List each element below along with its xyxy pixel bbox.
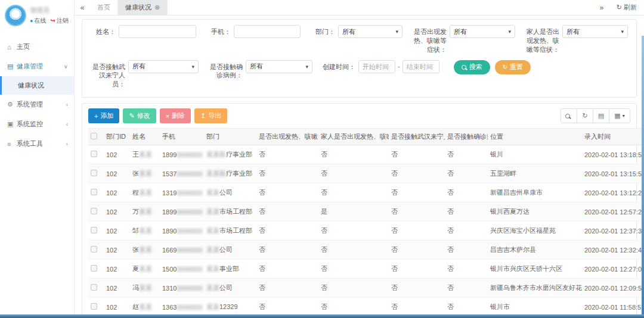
cell-family-symptom: 否: [318, 279, 389, 298]
col-family-symptom: 家人是否出现发热、咳嗽等症状: [318, 129, 389, 145]
end-time-input[interactable]: [402, 60, 439, 73]
cell-family-symptom: 否: [318, 222, 389, 241]
table-toggle-tool[interactable]: ▤: [593, 108, 609, 123]
wuhan-contact-select[interactable]: 所有 ▾: [128, 60, 199, 73]
dept-select[interactable]: 所有 ▾: [338, 25, 402, 38]
row-checkbox[interactable]: [91, 265, 97, 272]
tabs-forward-icon[interactable]: »: [594, 0, 609, 15]
row-checkbox[interactable]: [91, 303, 97, 310]
cell-location: 五里湖畔: [488, 164, 582, 183]
cell-name: 王某某: [130, 145, 160, 164]
cell-name: 赵某某: [130, 298, 160, 314]
table-row: 102 冯某某 13100000000 某某公司 否 否 否 否 新疆乌鲁木齐市…: [88, 279, 644, 298]
cell-family-symptom: 否: [318, 298, 389, 314]
col-confirmed-contact: 是否接触确诊病例: [445, 129, 488, 145]
reset-button[interactable]: ↻ 重置: [495, 60, 531, 74]
cell-location: 新疆乌鲁木齐市水磨沟区友好花园二期: [488, 279, 582, 298]
col-entry-time: 录入时间: [582, 129, 643, 145]
table-row: 102 万某某 18990000000 某某市场工程部 否 是 否 否 银川西夏…: [88, 202, 644, 222]
table-row: 102 赵某某 13630000000 某某12329 否 否 否 否 银川市 …: [88, 298, 644, 314]
delete-button[interactable]: × 删除: [160, 108, 191, 123]
add-button[interactable]: + 添加: [88, 108, 119, 123]
search-form: 姓名： 手机： 部门： 所有 ▾ 是: [82, 19, 637, 98]
cell-confirmed-contact: 否: [445, 298, 488, 314]
reset-icon: ↻: [503, 64, 507, 70]
tools-icon: ≡: [7, 141, 17, 148]
name-input[interactable]: [119, 25, 196, 38]
row-checkbox[interactable]: [91, 227, 97, 233]
tab-home[interactable]: 首页: [90, 0, 118, 15]
table-row: 102 程某某 13190000000 某某公司 否 否 否 否 新疆昌吉州阜康…: [88, 183, 644, 202]
tab-bar: « 首页 健康状况 ⊗ » ↻ 刷新: [75, 0, 644, 15]
cell-entry-time: 2020-02-01 13:15:55: [582, 164, 643, 183]
phone-label: 手机：: [206, 25, 231, 36]
logout-link[interactable]: 注销: [57, 17, 69, 24]
search-icon: [462, 65, 466, 70]
cell-phone: 16690000000: [160, 241, 204, 260]
refresh-icon: ↻: [582, 112, 587, 120]
sidebar-nav: ⌂ 主页 ▤ 健康管理 ∨ 健康状况 ⚙ 系统管理 ‹ ▣ 系统监控 ‹ ≡ 系…: [0, 37, 74, 154]
row-checkbox[interactable]: [91, 246, 97, 252]
symptom-select[interactable]: 所有 ▾: [450, 25, 515, 38]
chevron-left-icon: ‹: [66, 101, 68, 108]
table-row: 102 张某某 15370000000 某某医疗事业部 否 否 否 否 五里湖畔…: [88, 164, 644, 183]
refresh-icon: ↻: [617, 4, 622, 11]
sidebar-item-sys-tools[interactable]: ≡ 系统工具 ‹: [0, 134, 74, 154]
cell-wuhan-contact: 否: [389, 164, 445, 183]
cell-family-symptom: 否: [318, 241, 389, 260]
row-checkbox[interactable]: [91, 284, 97, 291]
delete-icon: ×: [166, 113, 169, 120]
row-checkbox[interactable]: [91, 189, 97, 195]
sidebar-item-sys-monitor[interactable]: ▣ 系统监控 ‹: [0, 114, 74, 134]
family-symptom-select[interactable]: 所有 ▾: [562, 25, 628, 38]
cell-dept-id: 102: [104, 183, 130, 202]
wuhan-contact-label: 是否接触武汉来宁人员：: [91, 60, 125, 89]
cell-dept: 某某医疗事业部: [204, 145, 256, 164]
close-tab-icon[interactable]: ⊗: [154, 4, 160, 11]
col-name: 姓名: [130, 129, 160, 145]
col-dept-id: 部门ID: [104, 129, 130, 145]
cell-dept: 某某医疗事业部: [204, 164, 256, 183]
cell-confirmed-contact: 否: [445, 164, 488, 183]
row-checkbox[interactable]: [91, 151, 97, 157]
start-time-input[interactable]: [358, 60, 395, 73]
export-button[interactable]: ↥ 导出: [194, 108, 227, 123]
confirmed-contact-select[interactable]: 所有 ▾: [246, 60, 312, 73]
cell-wuhan-contact: 否: [389, 222, 445, 241]
cell-dept-id: 102: [104, 260, 130, 279]
select-all-checkbox[interactable]: [91, 133, 97, 139]
cell-name: 万某某: [130, 202, 160, 222]
cell-name: 邹某某: [130, 222, 160, 241]
cell-confirmed-contact: 否: [445, 222, 488, 241]
cell-symptom: 否: [256, 279, 318, 298]
table-search-tool[interactable]: [561, 108, 577, 123]
table-columns-tool[interactable]: ▦▾: [609, 108, 630, 123]
sidebar-item-home[interactable]: ⌂ 主页: [0, 37, 74, 57]
refresh-page-button[interactable]: ↻ 刷新: [609, 0, 644, 15]
sidebar-item-health-mgmt[interactable]: ▤ 健康管理 ∨: [0, 57, 74, 76]
table-refresh-tool[interactable]: ↻: [577, 108, 593, 123]
cell-name: 张某某: [130, 241, 160, 260]
row-checkbox[interactable]: [91, 170, 97, 176]
caret-down-icon: ▾: [623, 113, 625, 119]
tabs-back-icon[interactable]: «: [75, 0, 90, 15]
tab-health-status[interactable]: 健康状况 ⊗: [118, 0, 168, 15]
row-checkbox[interactable]: [91, 208, 97, 214]
phone-input[interactable]: [234, 25, 301, 38]
sidebar-item-sys-mgmt[interactable]: ⚙ 系统管理 ‹: [0, 95, 74, 114]
cell-dept: 某某12329: [204, 298, 256, 314]
cell-phone: 15000000000: [160, 260, 204, 279]
sidebar-item-health-status[interactable]: 健康状况: [0, 76, 74, 95]
cell-family-symptom: 是: [318, 202, 389, 222]
right-scrollbar[interactable]: [642, 36, 644, 314]
modify-button[interactable]: ✎ 修改: [123, 108, 156, 123]
columns-icon: ▦: [614, 112, 620, 120]
date-range-dash: -: [395, 60, 402, 70]
edit-icon: ✎: [129, 112, 134, 120]
cell-symptom: 否: [256, 183, 318, 202]
caret-down-icon: ▾: [191, 64, 194, 70]
sidebar: 管理员 ●在线↪注销 ⌂ 主页 ▤ 健康管理 ∨ 健康状况 ⚙ 系统管理 ‹: [0, 0, 75, 314]
caret-down-icon: ▾: [305, 64, 308, 70]
search-button[interactable]: 搜索: [454, 60, 490, 74]
col-wuhan-contact: 是否接触武汉来宁人员: [389, 129, 445, 145]
